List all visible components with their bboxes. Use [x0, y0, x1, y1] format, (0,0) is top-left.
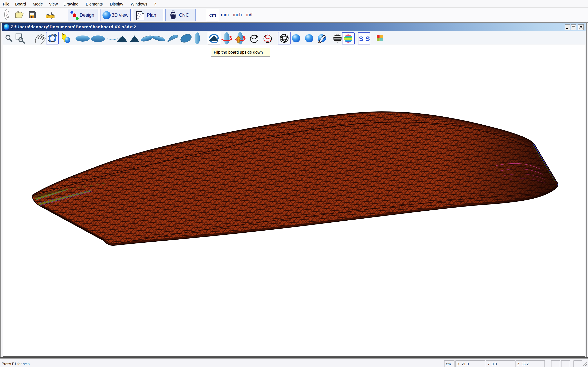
svg-text:1: 1: [47, 16, 48, 18]
svg-text:S: S: [359, 35, 363, 42]
svg-text:S: S: [365, 35, 370, 42]
svg-text:0: 0: [52, 16, 53, 18]
